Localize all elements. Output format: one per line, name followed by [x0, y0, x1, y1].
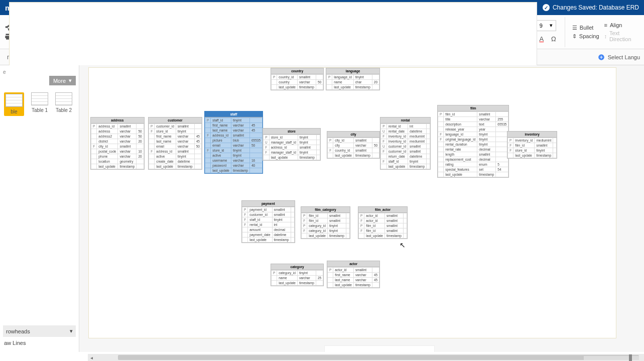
more-button[interactable]: More▾: [49, 76, 76, 85]
check-icon: ✓: [543, 4, 550, 11]
spacing-button[interactable]: ⇕Spacing: [572, 33, 599, 40]
google-icon: [598, 54, 605, 61]
entity-country[interactable]: countryPcountry_idsmallintcountryvarchar…: [271, 68, 324, 90]
zoom-slider[interactable]: [584, 356, 639, 360]
bullet-button[interactable]: ☰Bullet: [572, 25, 599, 31]
save-status: ✓ Changes Saved: Database ERD: [543, 4, 639, 11]
shape-template-ble[interactable]: ble: [4, 92, 24, 116]
entity-category[interactable]: categoryPcategory_idtinyintnamevarchar25…: [271, 264, 324, 286]
font-color-button[interactable]: A: [537, 34, 547, 44]
entity-film_category[interactable]: film_categoryPfilm_idsmallintFfilm_idsma…: [301, 206, 350, 239]
save-status-text: Changes Saved: Database ERD: [553, 4, 639, 11]
drawing-page-2[interactable]: film_textPfilm_idsmallinttitlevarchar255: [324, 345, 435, 352]
shape-template-table1[interactable]: Table 1: [31, 92, 48, 116]
zoom-handle[interactable]: [629, 354, 632, 361]
entity-rental[interactable]: rentalPrental_idintUrental_datedatetimeF…: [380, 117, 431, 170]
canvas[interactable]: countryPcountry_idsmallintcountryvarchar…: [79, 65, 644, 352]
shape-template-table2[interactable]: Table 2: [55, 92, 72, 116]
entity-film_actor[interactable]: film_actorPactor_idsmallintFactor_idsmal…: [358, 206, 408, 239]
horizontal-scrollbar[interactable]: ◂: [88, 354, 644, 361]
tab-strip: nel Symbols Data✕ Page 1 + Select Langu: [0, 49, 644, 65]
entity-address[interactable]: addressPaddress_idsmallintaddressvarchar…: [90, 117, 145, 170]
text-direction-button[interactable]: ↕Text Direction: [604, 30, 634, 42]
entity-store[interactable]: storePstore_idtinyintUmanager_staff_idti…: [263, 128, 321, 161]
entity-city[interactable]: cityPcity_idsmallintcityvarchar50Fcountr…: [327, 131, 380, 159]
align-button[interactable]: ≡Align: [604, 22, 634, 28]
drawlines-section[interactable]: aw Lines: [3, 337, 76, 349]
entity-payment[interactable]: paymentPpayment_idsmallintFcustomer_idsm…: [241, 200, 295, 243]
entity-language[interactable]: languagePlanguage_idtinyintnamechar20las…: [326, 68, 380, 90]
entity-film[interactable]: filmPfilm_idsmallinttitlevarchar255descr…: [437, 105, 509, 178]
entity-inventory[interactable]: inventoryPinventory_idmediumintFfilm_ids…: [507, 131, 557, 159]
entity-actor[interactable]: actorPactor_idsmallintfirst_namevarchar4…: [327, 261, 380, 288]
arrowheads-section[interactable]: rowheads▾: [3, 325, 76, 337]
language-selector[interactable]: Select Langu: [598, 54, 640, 61]
drawing-page[interactable]: countryPcountry_idsmallintcountryvarchar…: [88, 67, 616, 338]
entity-staff[interactable]: staffPstaff_idtinyintfirst_namevarchar45…: [204, 111, 263, 174]
font-size-select[interactable]: 9▾: [536, 20, 556, 31]
scroll-left-icon[interactable]: ◂: [88, 355, 95, 360]
entity-customer[interactable]: customerPcustomer_idsmallintFstore_idtin…: [148, 117, 202, 170]
side-panel: e More▾ ble Table 1 Table 2 rowheads▾ aw…: [0, 65, 79, 352]
scrollbar-thumb[interactable]: [118, 355, 639, 360]
symbol-button[interactable]: Ω: [549, 34, 559, 44]
